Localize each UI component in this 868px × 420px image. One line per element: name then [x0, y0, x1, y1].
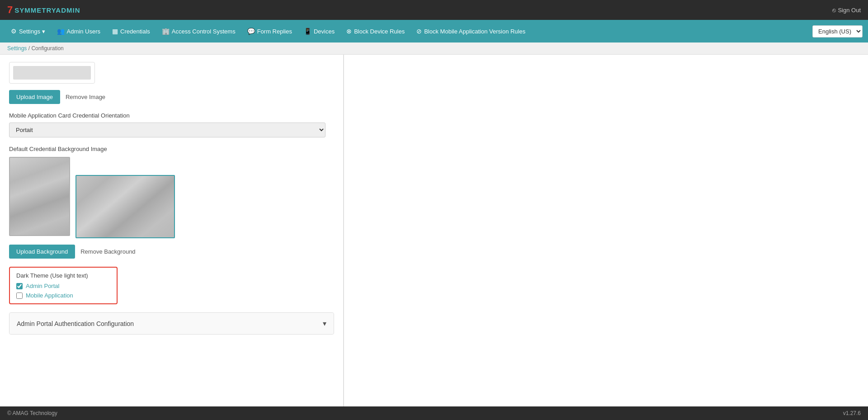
nav-item-settings[interactable]: ⚙ Settings ▾ [5, 25, 51, 38]
settings-icon: ⚙ [11, 28, 17, 35]
sign-out-icon: ⎋ [832, 7, 836, 14]
admin-portal-label[interactable]: Admin Portal [26, 283, 59, 289]
footer: © AMAG Technology v1.27.6 [0, 406, 868, 420]
nav-block-mobile-label: Block Mobile Application Version Rules [424, 28, 525, 35]
main-content: Upload Image Remove Image Mobile Applica… [0, 55, 868, 406]
partial-top-element [9, 62, 95, 84]
form-replies-icon: 💬 [247, 28, 255, 35]
nav-admin-users-label: Admin Users [67, 28, 100, 35]
auth-collapsible-section: Admin Portal Authentication Configuratio… [9, 312, 334, 335]
footer-copyright: © AMAG Technology [7, 410, 57, 416]
devices-icon: 📱 [304, 28, 311, 35]
block-device-icon: ⊗ [346, 28, 352, 35]
logo: 7 SYMMETRYADMIN [7, 5, 80, 15]
admin-portal-checkbox[interactable] [16, 283, 23, 289]
nav-item-form-replies[interactable]: 💬 Form Replies [242, 25, 297, 38]
logo-text-part1: SYMMETRY [14, 6, 56, 14]
breadcrumb-current: Configuration [31, 45, 63, 52]
nav-bar: ⚙ Settings ▾ 👥 Admin Users ▦ Credentials… [0, 20, 868, 42]
nav-left: ⚙ Settings ▾ 👥 Admin Users ▦ Credentials… [5, 25, 531, 38]
footer-version: v1.27.6 [843, 410, 861, 416]
upload-background-button[interactable]: Upload Background [9, 245, 75, 259]
language-select[interactable]: English (US) [812, 25, 863, 38]
logo-icon: 7 [7, 5, 13, 15]
mobile-app-checkbox[interactable] [16, 293, 23, 299]
nav-devices-label: Devices [314, 28, 335, 35]
sign-out-label: Sign Out [838, 7, 861, 14]
nav-item-credentials[interactable]: ▦ Credentials [107, 25, 156, 38]
primary-bg-image [9, 157, 70, 236]
remove-background-button[interactable]: Remove Background [80, 246, 135, 257]
access-control-icon: 🏢 [162, 28, 170, 35]
admin-users-icon: 👥 [57, 28, 65, 35]
dark-theme-title: Dark Theme (Use light text) [16, 272, 110, 279]
nav-access-control-label: Access Control Systems [172, 28, 236, 35]
secondary-bg-image-content [76, 176, 174, 237]
auth-section-label: Admin Portal Authentication Configuratio… [17, 320, 134, 327]
nav-item-admin-users[interactable]: 👥 Admin Users [52, 25, 106, 38]
upload-image-button[interactable]: Upload Image [9, 90, 60, 104]
nav-item-devices[interactable]: 📱 Devices [298, 25, 340, 38]
chevron-down-icon: ▾ [323, 319, 326, 328]
dark-theme-section: Dark Theme (Use light text) Admin Portal… [9, 267, 118, 304]
orientation-label: Mobile Application Card Credential Orien… [9, 112, 334, 119]
nav-settings-label: Settings ▾ [19, 28, 45, 35]
nav-item-block-mobile[interactable]: ⊘ Block Mobile Application Version Rules [411, 25, 531, 38]
nav-item-access-control[interactable]: 🏢 Access Control Systems [156, 25, 241, 38]
breadcrumb: Settings / Configuration [0, 42, 868, 55]
block-mobile-icon: ⊘ [416, 28, 422, 35]
orientation-select[interactable]: Portait Landscape [9, 123, 326, 137]
nav-block-device-label: Block Device Rules [354, 28, 405, 35]
breadcrumb-parent[interactable]: Settings [7, 45, 27, 52]
remove-image-button[interactable]: Remove Image [66, 92, 105, 102]
mobile-app-checkbox-row[interactable]: Mobile Application [16, 292, 110, 299]
mobile-app-label[interactable]: Mobile Application [26, 292, 73, 299]
nav-item-block-device[interactable]: ⊗ Block Device Rules [341, 25, 410, 38]
nav-credentials-label: Credentials [120, 28, 150, 35]
logo-text: SYMMETRYADMIN [14, 6, 80, 14]
sign-out-button[interactable]: ⎋ Sign Out [832, 7, 861, 14]
settings-panel: Upload Image Remove Image Mobile Applica… [0, 55, 344, 342]
primary-bg-image-content [10, 158, 69, 235]
content-area: Upload Image Remove Image Mobile Applica… [0, 55, 344, 406]
images-row [9, 157, 334, 238]
top-bar: 7 SYMMETRYADMIN ⎋ Sign Out [0, 0, 868, 20]
upload-image-row: Upload Image Remove Image [9, 90, 334, 104]
logo-text-part2: ADMIN [56, 6, 80, 14]
secondary-bg-image [75, 175, 175, 238]
credentials-icon: ▦ [112, 28, 118, 35]
nav-form-replies-label: Form Replies [257, 28, 292, 35]
right-panel [344, 55, 868, 406]
auth-collapsible-header[interactable]: Admin Portal Authentication Configuratio… [9, 313, 334, 334]
upload-bg-row: Upload Background Remove Background [9, 245, 334, 259]
bg-image-label: Default Credential Background Image [9, 146, 334, 152]
admin-portal-checkbox-row[interactable]: Admin Portal [16, 283, 110, 289]
